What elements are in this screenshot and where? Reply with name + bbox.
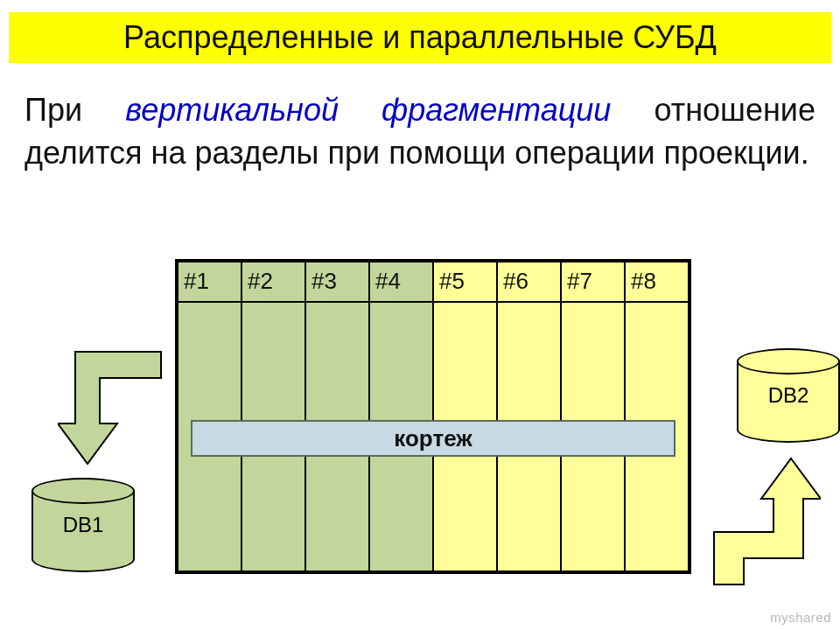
column-header: #1 — [178, 262, 241, 303]
column-header: #8 — [626, 262, 688, 303]
watermark: myshared — [770, 610, 831, 625]
table-col: #8 — [626, 262, 688, 570]
table-col: #3 — [306, 262, 370, 570]
db1-cylinder-icon: DB1 — [32, 478, 135, 572]
tuple-row-label: кортеж — [191, 420, 676, 457]
cylinder-top — [32, 478, 135, 504]
column-header: #6 — [498, 262, 560, 303]
paragraph-pre: При — [24, 92, 125, 128]
slide-paragraph: При вертикальной фрагментации отношение … — [24, 89, 816, 174]
table-col: #2 — [242, 262, 306, 570]
arrow-to-db1-icon — [58, 348, 163, 471]
paragraph-emphasis: вертикальной фрагментации — [125, 92, 611, 128]
cylinder-top — [737, 348, 840, 374]
column-header: #2 — [242, 262, 304, 303]
db2-cylinder-icon: DB2 — [737, 348, 840, 443]
table-col: #7 — [562, 262, 626, 570]
table-col: #6 — [498, 262, 562, 570]
column-header: #3 — [306, 262, 368, 303]
arrow-to-db2-icon — [707, 455, 821, 586]
column-header: #7 — [562, 262, 624, 303]
column-header: #4 — [370, 262, 432, 303]
table-col: #4 — [370, 262, 434, 570]
table-col: #5 — [434, 262, 498, 570]
relation-table: #1 #2 #3 #4 #5 #6 #7 #8 — [175, 259, 691, 574]
column-header: #5 — [434, 262, 496, 303]
slide-title: Распределенные и параллельные СУБД — [9, 12, 831, 63]
table-col: #1 — [178, 262, 242, 570]
